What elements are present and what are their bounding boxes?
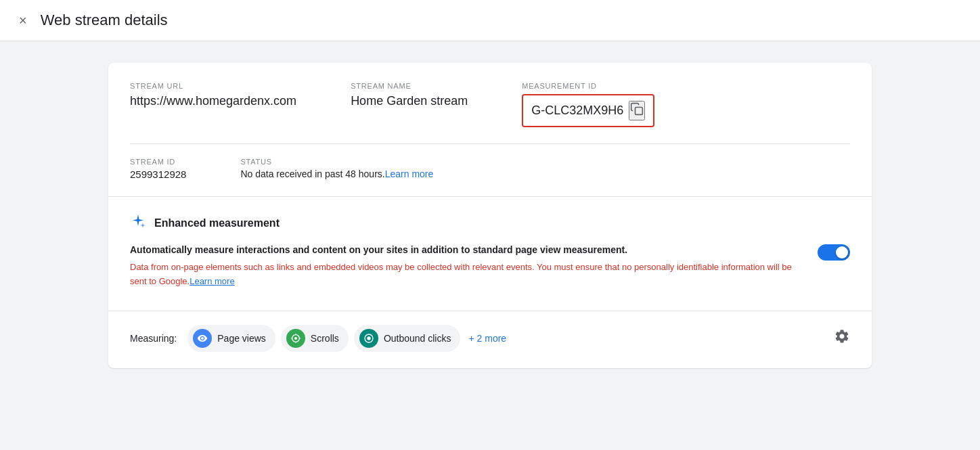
- scrolls-label: Scrolls: [311, 333, 339, 344]
- stream-url-group: STREAM URL https://www.homegardenx.com: [130, 82, 296, 108]
- sparkle-icon: [130, 213, 146, 233]
- enhanced-text: Automatically measure interactions and c…: [130, 244, 801, 289]
- toggle-track: [818, 244, 850, 261]
- page-wrapper: × Web stream details STREAM URL https://…: [0, 0, 980, 390]
- stream-name-label: STREAM NAME: [351, 82, 468, 90]
- enhanced-main-text: Automatically measure interactions and c…: [130, 244, 801, 255]
- svg-point-2: [294, 337, 297, 340]
- close-button[interactable]: ×: [16, 11, 30, 30]
- svg-rect-0: [636, 108, 643, 115]
- measuring-section: Measuring: Page views: [108, 311, 872, 368]
- enhanced-header: Enhanced measurement: [130, 213, 850, 233]
- enhanced-measurement-title: Enhanced measurement: [154, 217, 280, 229]
- enhanced-sub-text: Data from on-page elements such as links…: [130, 261, 801, 289]
- stream-info-section: STREAM URL https://www.homegardenx.com S…: [108, 63, 872, 143]
- stream-url-label: STREAM URL: [130, 82, 296, 90]
- chip-outbound-clicks: Outbound clicks: [354, 325, 461, 352]
- chip-page-views: Page views: [187, 325, 275, 352]
- page-content: STREAM URL https://www.homegardenx.com S…: [0, 41, 980, 390]
- enhanced-toggle-container[interactable]: [818, 244, 850, 261]
- measurement-id-group: MEASUREMENT ID G-CLC32MX9H6: [522, 82, 654, 127]
- enhanced-body: Automatically measure interactions and c…: [130, 244, 850, 289]
- stream-id-label: STREAM ID: [130, 158, 186, 166]
- more-link[interactable]: + 2 more: [468, 333, 506, 344]
- outbound-clicks-icon: [359, 329, 378, 348]
- stream-id-value: 2599312928: [130, 168, 186, 180]
- outbound-clicks-label: Outbound clicks: [384, 333, 451, 344]
- status-learn-more-link[interactable]: Learn more: [385, 168, 434, 179]
- toggle-thumb: [836, 246, 848, 258]
- main-card: STREAM URL https://www.homegardenx.com S…: [108, 63, 872, 368]
- measurement-id-label: MEASUREMENT ID: [522, 82, 654, 90]
- status-text: No data received in past 48 hours.Learn …: [240, 168, 433, 179]
- page-views-label: Page views: [217, 333, 266, 344]
- measuring-label: Measuring:: [130, 333, 177, 344]
- stream-url-value: https://www.homegardenx.com: [130, 94, 296, 108]
- stream-fields: STREAM URL https://www.homegardenx.com S…: [130, 82, 850, 127]
- svg-point-8: [367, 336, 370, 340]
- page-views-icon: [193, 329, 212, 348]
- stream-name-group: STREAM NAME Home Garden stream: [351, 82, 468, 108]
- status-group: STATUS No data received in past 48 hours…: [240, 158, 433, 180]
- stream-name-value: Home Garden stream: [351, 94, 468, 108]
- measuring-chips: Page views: [187, 325, 826, 352]
- stream-id-group: STREAM ID 2599312928: [130, 158, 186, 180]
- settings-button[interactable]: [834, 328, 850, 348]
- stream-meta-section: STREAM ID 2599312928 STATUS No data rece…: [108, 144, 872, 196]
- scrolls-icon: [286, 329, 305, 348]
- copy-measurement-id-button[interactable]: [629, 101, 645, 120]
- measurement-id-box: G-CLC32MX9H6: [522, 94, 654, 127]
- enhanced-learn-more-link[interactable]: Learn more: [190, 276, 234, 286]
- status-label: STATUS: [240, 158, 433, 166]
- measurement-id-value: G-CLC32MX9H6: [531, 104, 623, 118]
- enhanced-measurement-toggle[interactable]: [818, 244, 850, 261]
- page-title: Web stream details: [41, 12, 168, 29]
- chip-scrolls: Scrolls: [281, 325, 349, 352]
- page-header: × Web stream details: [0, 0, 980, 41]
- enhanced-measurement-section: Enhanced measurement Automatically measu…: [108, 197, 872, 305]
